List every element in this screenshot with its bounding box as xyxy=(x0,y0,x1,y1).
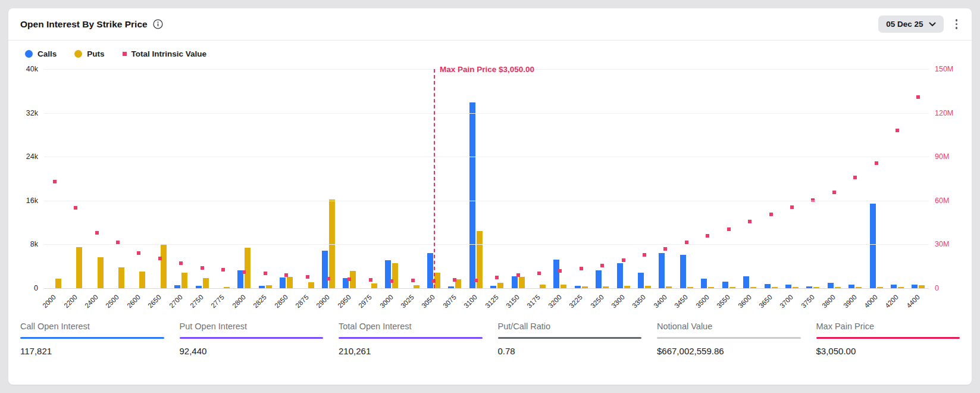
put-bar xyxy=(181,273,187,288)
bar-group-3900[interactable] xyxy=(844,69,865,288)
call-bar xyxy=(512,276,518,288)
expiry-date-selector[interactable]: 05 Dec 25 xyxy=(878,15,943,33)
x-tick-label: 2650 xyxy=(146,294,162,310)
bar-group-3600[interactable] xyxy=(739,69,760,288)
info-icon[interactable] xyxy=(153,19,163,29)
stat-notional-value: Notional Value $667,002,559.86 xyxy=(657,316,801,356)
kebab-menu-icon[interactable] xyxy=(952,17,962,32)
call-bar xyxy=(722,282,728,288)
bar-group-3150[interactable] xyxy=(508,69,528,288)
legend-item-intrinsic[interactable]: Total Intrinsic Value xyxy=(123,49,207,58)
bar-group-3175[interactable] xyxy=(528,69,549,288)
plot-area: 40k150M32k120M24k90M16k60M8k30M00Max Pai… xyxy=(44,69,929,288)
bar-group-3300[interactable] xyxy=(613,69,634,288)
x-tick-label: 3500 xyxy=(694,294,710,310)
bar-group-3025[interactable] xyxy=(402,69,423,288)
right-axis-tick: 120M xyxy=(935,109,953,117)
intrinsic-value-marker xyxy=(411,279,415,282)
bar-group-3075[interactable] xyxy=(444,69,465,288)
bar-group-3800[interactable] xyxy=(824,69,844,288)
right-axis-tick: 150M xyxy=(935,65,953,73)
x-tick-label: 3075 xyxy=(442,294,458,310)
stat-total-open-interest: Total Open Interest 210,261 xyxy=(339,316,483,356)
left-axis-tick: 24k xyxy=(26,152,38,161)
bar-group-3750[interactable] xyxy=(803,69,824,288)
call-bar xyxy=(385,260,391,288)
bar-group-2000[interactable] xyxy=(44,69,65,288)
calls-swatch-icon xyxy=(25,50,33,58)
bar-group-2500[interactable] xyxy=(107,69,128,288)
intrinsic-value-marker xyxy=(769,213,773,216)
left-axis-tick: 40k xyxy=(26,65,38,73)
summary-stats-row: Call Open Interest 117,821 Put Open Inte… xyxy=(20,316,960,385)
bar-group-4200[interactable] xyxy=(887,69,907,288)
right-axis-tick: 90M xyxy=(935,152,949,161)
intrinsic-value-marker xyxy=(95,231,99,235)
bar-group-4400[interactable] xyxy=(908,69,929,288)
bar-group-2900[interactable] xyxy=(318,69,339,288)
x-tick-label: 3050 xyxy=(421,294,437,310)
call-bar xyxy=(427,253,433,288)
bar-group-2975[interactable] xyxy=(360,69,381,288)
intrinsic-value-marker xyxy=(74,206,77,210)
bar-group-4000[interactable] xyxy=(866,69,887,288)
bar-group-2600[interactable] xyxy=(129,69,149,288)
intrinsic-value-marker xyxy=(327,277,330,280)
bar-group-3650[interactable] xyxy=(760,69,781,288)
bar-group-2800[interactable] xyxy=(234,69,255,288)
bar-group-3225[interactable] xyxy=(571,69,591,288)
bar-group-3000[interactable] xyxy=(381,69,402,288)
put-bar xyxy=(519,277,525,288)
x-tick-label: 2750 xyxy=(189,294,205,310)
legend-item-calls[interactable]: Calls xyxy=(25,49,57,58)
gridline xyxy=(44,244,929,245)
bar-group-2400[interactable] xyxy=(86,69,107,288)
intrinsic-value-marker xyxy=(158,257,162,260)
bar-group-2775[interactable] xyxy=(212,69,233,288)
bar-group-2200[interactable] xyxy=(65,69,86,288)
bar-group-3100[interactable] xyxy=(465,69,486,288)
chart-legend: Calls Puts Total Intrinsic Value xyxy=(8,40,972,61)
intrinsic-value-marker xyxy=(264,272,267,275)
bar-group-3500[interactable] xyxy=(697,69,718,288)
x-tick-label: 2400 xyxy=(83,294,99,310)
put-bar xyxy=(55,279,61,288)
chevron-down-icon xyxy=(929,22,936,27)
put-bar xyxy=(287,277,293,288)
x-tick-label: 2900 xyxy=(315,294,331,310)
bar-group-3200[interactable] xyxy=(550,69,571,288)
left-axis-tick: 0 xyxy=(34,284,38,292)
x-tick-label: 2600 xyxy=(126,294,142,310)
x-tick-label: 3350 xyxy=(631,294,647,310)
intrinsic-value-marker xyxy=(706,234,709,238)
bar-group-2850[interactable] xyxy=(275,69,296,288)
intrinsic-value-marker xyxy=(853,176,857,179)
bar-group-2875[interactable] xyxy=(297,69,318,288)
intrinsic-value-marker xyxy=(896,129,899,132)
max-pain-label: Max Pain Price $3,050.00 xyxy=(440,65,534,74)
x-tick-label: 3200 xyxy=(547,294,563,310)
legend-item-puts[interactable]: Puts xyxy=(74,49,104,58)
bar-group-3350[interactable] xyxy=(634,69,655,288)
bar-group-3450[interactable] xyxy=(676,69,697,288)
intrinsic-value-marker xyxy=(284,273,288,277)
bar-group-3550[interactable] xyxy=(718,69,739,288)
left-axis-tick: 8k xyxy=(30,240,38,248)
bar-group-3125[interactable] xyxy=(487,69,508,288)
put-bar xyxy=(139,272,145,288)
x-tick-label: 2950 xyxy=(336,294,352,310)
bar-group-2750[interactable] xyxy=(192,69,212,288)
bar-group-3700[interactable] xyxy=(781,69,802,288)
bar-group-2950[interactable] xyxy=(339,69,360,288)
x-tick-label: 3225 xyxy=(568,294,584,310)
right-axis-tick: 60M xyxy=(935,196,949,205)
intrinsic-value-marker xyxy=(916,95,920,99)
x-tick-label: 2000 xyxy=(41,294,57,310)
bar-group-2825[interactable] xyxy=(255,69,275,288)
bar-group-3250[interactable] xyxy=(592,69,613,288)
intrinsic-value-marker xyxy=(685,241,688,244)
bar-group-2650[interactable] xyxy=(149,69,170,288)
bar-group-2700[interactable] xyxy=(170,69,191,288)
bar-group-3400[interactable] xyxy=(655,69,676,288)
intrinsic-value-marker xyxy=(832,191,836,194)
